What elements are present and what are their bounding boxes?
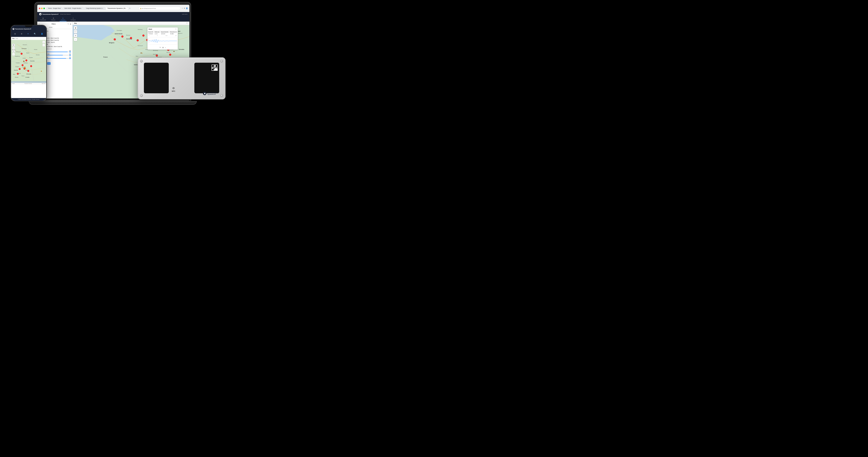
phone-map-side-controls: ⊞ ⛶ ⊙ ↓ [12, 41, 15, 56]
phone-nav-settings[interactable]: ⚙ [21, 33, 22, 35]
svg-text:Bern: Bern [136, 56, 138, 57]
map-header: Map ⛶ [73, 22, 189, 25]
phone-nav-analytics[interactable]: ✦ [27, 33, 29, 35]
slider-sway-thumb[interactable] [69, 58, 71, 59]
tab-transmission-dynamics[interactable]: Transmission Dynamics | Gl... [106, 7, 128, 10]
svg-text:Bologna: Bologna [15, 77, 19, 78]
tab-freight-monitor[interactable]: Edit 19190 - Freight Monitor... [63, 7, 84, 10]
chart-axis-labels: 500.250.5 [148, 35, 178, 36]
popup-close-button[interactable]: ✕ [175, 28, 177, 30]
map-controls: ⊞ ⛶ ⊙ ↓ [74, 26, 77, 41]
col-direction: Direction [°] [169, 31, 178, 33]
popup-action-buttons: 〜 ⚙ ○ [148, 45, 178, 50]
svg-text:Dresden: Dresden [29, 57, 33, 58]
refresh-icon[interactable]: ↻ [68, 23, 69, 25]
svg-text:Stuttgart: Stuttgart [15, 66, 19, 67]
svg-text:Würzburg: Würzburg [153, 50, 158, 51]
direction-value: 49.686 [169, 33, 178, 35]
collapse-icon[interactable]: ◀ [70, 23, 71, 25]
qr-code [212, 65, 218, 71]
hw-brand-line2: Dynamics® [207, 93, 217, 95]
svg-text:Leipzig: Leipzig [23, 58, 26, 59]
map-fullscreen-button[interactable]: ⛶ [74, 30, 77, 33]
app-logo: Transmission Dynamics® Global Data Netwo… [39, 13, 71, 15]
popup-waveform-chart: 5 0 -5 [148, 37, 177, 45]
waveform-svg: 5 0 -5 [149, 37, 177, 44]
tab-google-drive[interactable]: Home - Google Drive [46, 7, 62, 10]
svg-text:Poznań: Poznań [34, 49, 37, 50]
phone-layers-button[interactable]: ⊞ [12, 44, 15, 47]
settings-popup-icon[interactable]: ⚙ [162, 47, 164, 49]
nav-configure[interactable]: ≡ Configure [69, 17, 77, 22]
svg-text:Hannover: Hannover [16, 51, 21, 52]
class-btn-3[interactable]: 3 [47, 62, 51, 65]
dashboard-icon: ⊞ [42, 18, 44, 19]
new-tab-button[interactable]: + [128, 7, 131, 10]
nav-analytics[interactable]: ✦ Analytics [60, 17, 66, 22]
phone-location-button[interactable]: ⊙ [12, 50, 15, 53]
phone-notch [25, 25, 32, 27]
url-bar[interactable]: 🔒 gdn.tdl/app/pandas/e/#/map [138, 7, 181, 10]
phone-nav-profile[interactable]: 👤 [41, 33, 43, 35]
hardware-device-container: NFC Transmission Dynamics® [137, 57, 225, 107]
expand-icon[interactable]: ⛶ [186, 22, 188, 24]
phone-expand-button[interactable]: ⛶ [12, 47, 15, 50]
phone-download-button[interactable]: ↓ [12, 53, 15, 56]
phone-app-title: Transmission Dynamics® [15, 28, 31, 30]
browser-window-controls [39, 8, 45, 9]
svg-text:∘Szczecin: ∘Szczecin [23, 44, 27, 45]
popup-table: Event ID Delta [s] Speed [km/h] Directio… [148, 31, 178, 35]
phone-home-icon: ⊞ [14, 33, 16, 35]
close-window-button[interactable] [39, 8, 40, 9]
col-speed: Speed [km/h] [160, 31, 169, 33]
slider-speed-thumb[interactable] [69, 51, 71, 53]
tab-areas[interactable]: Areas [47, 26, 54, 29]
svg-point-31 [137, 39, 139, 41]
tab-cargo-monitoring[interactable]: Cargo Monitoring System Li... [84, 7, 105, 10]
profile-icon[interactable]: 👤 [186, 7, 188, 9]
phone-logo-inner [13, 29, 14, 29]
filters-label: Filters [52, 23, 56, 25]
svg-point-28 [114, 38, 116, 40]
extensions-icon[interactable]: ⚙ [184, 7, 185, 9]
svg-text:Parma: Parma [22, 75, 25, 77]
phone-zoom-in-button[interactable]: + [42, 41, 45, 43]
filter-icon: ≡ [39, 23, 39, 25]
svg-point-82 [19, 68, 21, 70]
maximize-window-button[interactable] [43, 8, 45, 9]
minimize-window-button[interactable] [41, 8, 42, 9]
phone-nav: ⊞ ⚙ ✦ 🔍 👤 [11, 31, 46, 37]
hw-brand-text-area: Transmission Dynamics® [207, 92, 217, 95]
svg-point-79 [21, 53, 23, 55]
phone-map[interactable]: Map ·burg Hannover [11, 37, 46, 83]
svg-text:Groningen: Groningen [117, 30, 122, 31]
screw-tr [220, 60, 223, 62]
svg-text:Dortmund: Dortmund [138, 45, 143, 46]
phone-nav-search[interactable]: 🔍 [34, 33, 36, 35]
keyboard-shortcuts: Keyboard shortcuts [25, 83, 32, 84]
slider-pantograph-thumb[interactable] [69, 54, 71, 56]
logo-icon [39, 13, 41, 15]
bookmark-icon[interactable]: ☆ [182, 7, 183, 9]
svg-point-83 [24, 68, 25, 69]
phone-zoom-out-button[interactable]: − [42, 44, 45, 47]
popup-data-row: 7470150 3.172 100.904 49.686 [148, 33, 178, 35]
map-layers-button[interactable]: ⊞ [74, 26, 77, 30]
svg-rect-55 [11, 38, 46, 81]
screw-bl [140, 94, 143, 97]
map-location-button[interactable]: ⊙ [74, 34, 77, 37]
speed-value: 100.904 [160, 33, 169, 35]
app-nav: ⊞ Dashboard ⚙ Devices ✦ Analytics ≡ Conf… [37, 16, 189, 22]
user-menu[interactable]: colin.harris [182, 13, 187, 15]
map-download-button[interactable]: ↓ [74, 38, 77, 41]
svg-text:Bremen: Bremen [126, 35, 130, 36]
circle-icon[interactable]: ○ [165, 47, 166, 49]
map-event-popup[interactable]: Event ✕ Event ID Delta [s] Speed [km/h] … [147, 27, 178, 50]
nav-devices[interactable]: ⚙ Devices [50, 17, 56, 22]
phone-nav-home[interactable]: ⊞ [14, 33, 16, 35]
waveform-icon[interactable]: 〜 [159, 46, 161, 49]
sidebar-actions: ↻ ◀ [68, 23, 71, 25]
hardware-device: NFC Transmission Dynamics® [137, 57, 225, 99]
nav-dashboard[interactable]: ⊞ Dashboard [39, 17, 47, 22]
svg-text:Frankfurt: Frankfurt [16, 62, 20, 63]
